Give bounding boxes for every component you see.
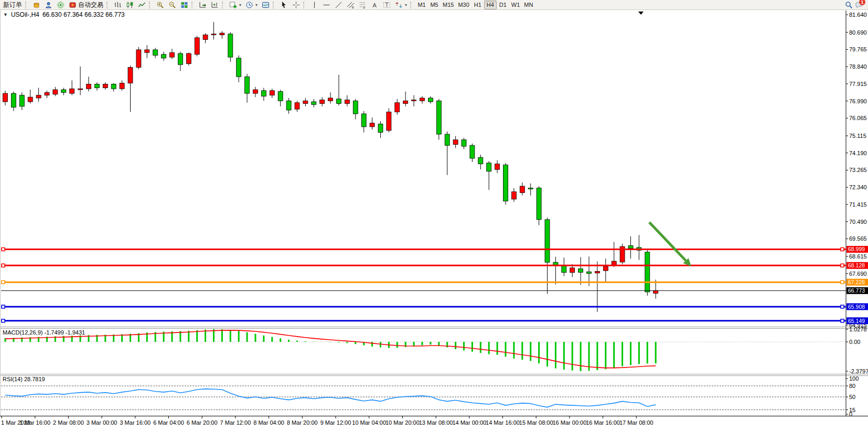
crosshair-button[interactable] xyxy=(290,1,302,9)
line-anchor-handle[interactable] xyxy=(2,264,5,267)
notifications[interactable]: 1 xyxy=(855,1,863,9)
one-click-trading-arrow-icon[interactable]: ▼ xyxy=(3,12,8,17)
trendline-button[interactable] xyxy=(333,1,345,9)
price-tag-label: 65.149 xyxy=(848,318,865,324)
rsi-axis-label: 100 xyxy=(849,375,859,382)
arrows-icon xyxy=(395,1,403,9)
price-axis-label: 67.690 xyxy=(849,271,867,277)
chart-shift-icon xyxy=(211,1,219,9)
period-selector-button[interactable]: ▾ xyxy=(243,1,260,9)
svg-text:E: E xyxy=(352,6,354,9)
price-axis-label: 79.765 xyxy=(849,46,867,52)
time-axis-label: 8 Mar 20:00 xyxy=(287,419,318,426)
auto-trading-button[interactable]: 自动交易 xyxy=(67,1,105,9)
chart-canvas[interactable]: 81.64080.69079.76578.84077.91576.99076.0… xyxy=(0,10,868,431)
zoom-out-button[interactable] xyxy=(166,1,178,9)
new-order-button[interactable]: 新订单 xyxy=(1,1,24,9)
templates-button[interactable] xyxy=(260,1,272,9)
signals-icon xyxy=(57,1,65,9)
line-anchor-handle[interactable] xyxy=(841,319,844,322)
macd-axis-label: 0.00 xyxy=(849,339,860,345)
templates-icon xyxy=(262,1,270,9)
package-button[interactable] xyxy=(30,1,42,9)
bar-chart-button[interactable] xyxy=(112,1,124,9)
time-axis-label: 7 Mar 12:00 xyxy=(220,419,251,426)
price-tag-label: 65.908 xyxy=(848,304,865,310)
cursor-button[interactable] xyxy=(278,1,290,9)
vertical-line-button[interactable] xyxy=(308,1,320,9)
price-axis-label: 71.415 xyxy=(849,201,867,208)
horizontal-line-icon xyxy=(323,1,330,9)
text-a-icon: A xyxy=(371,1,379,9)
price-axis-label: 81.640 xyxy=(849,12,867,18)
horizontal-line-button[interactable] xyxy=(320,1,333,9)
search-icon xyxy=(845,1,853,9)
mt4-terminal: { "toolbar": { "new_order_label": "新订单",… xyxy=(0,0,868,431)
arrows-button[interactable]: ▾ xyxy=(393,1,409,9)
add-indicator-button[interactable]: ▾ xyxy=(227,1,243,9)
time-axis-label: 14 Mar 00:00 xyxy=(452,419,486,426)
zoom-in-button[interactable] xyxy=(154,1,166,9)
svg-text:A: A xyxy=(373,2,377,8)
price-axis-label: 78.840 xyxy=(849,63,867,70)
tile-windows-button[interactable] xyxy=(178,1,190,9)
signals-button[interactable] xyxy=(55,1,67,9)
line-anchor-handle[interactable] xyxy=(841,247,844,251)
candle-chart-button[interactable] xyxy=(124,1,136,9)
timeframe-button-mn[interactable]: MN xyxy=(522,1,535,9)
price-tag-label: 68.128 xyxy=(848,262,865,268)
price-axis-label: 72.340 xyxy=(849,184,867,190)
timeframe-button-w1[interactable]: W1 xyxy=(509,1,522,9)
price-axis-label: 68.615 xyxy=(849,253,867,260)
line-anchor-handle[interactable] xyxy=(2,319,5,322)
new-order-label: 新订单 xyxy=(3,1,22,9)
equidistant-channel-button[interactable]: E xyxy=(345,1,357,9)
cursor-icon xyxy=(280,1,288,9)
line-anchor-handle[interactable] xyxy=(841,281,844,284)
profile-button[interactable] xyxy=(42,1,55,9)
timeframe-button-m1[interactable]: M1 xyxy=(415,1,428,9)
timeframe-button-m15[interactable]: M15 xyxy=(441,1,456,9)
zoom-out-icon xyxy=(168,1,176,9)
text-label-button[interactable]: T xyxy=(381,1,393,9)
zoom-in-icon xyxy=(156,1,164,9)
price-axis-label: 77.915 xyxy=(849,81,867,87)
bar-chart-icon xyxy=(114,1,122,9)
line-anchor-handle[interactable] xyxy=(841,305,844,308)
add-indicator-icon xyxy=(229,1,237,9)
timeframe-button-m5[interactable]: M5 xyxy=(428,1,441,9)
rsi-axis-label: 80 xyxy=(849,383,855,389)
line-chart-button[interactable] xyxy=(136,1,148,9)
fibonacci-button[interactable]: F xyxy=(357,1,369,9)
chart-shift-button[interactable] xyxy=(209,1,221,9)
toolbar-grip xyxy=(149,2,152,8)
time-axis-label: 9 Mar 12:00 xyxy=(320,419,351,426)
line-anchor-handle[interactable] xyxy=(2,247,5,251)
svg-text:T: T xyxy=(385,2,389,8)
line-anchor-handle[interactable] xyxy=(2,305,5,308)
price-tag-label: 68.999 xyxy=(848,246,865,252)
ohlc-values: 66.630 67.364 66.332 66.773 xyxy=(42,11,125,18)
auto-scroll-button[interactable] xyxy=(197,1,209,9)
toolbar-grip xyxy=(106,2,110,8)
price-axis-label: 76.065 xyxy=(849,115,867,121)
timeframe-button-m30[interactable]: M30 xyxy=(456,1,471,9)
time-axis-label: 13 Mar 08:00 xyxy=(419,419,453,426)
timeframe-button-h1[interactable]: H1 xyxy=(471,1,484,9)
timeframe-button-h4[interactable]: H4 xyxy=(484,1,497,9)
chart-title: ▼ USOil-,H4 66.630 67.364 66.332 66.773 xyxy=(3,11,125,18)
macd-axis-label: 1.0278 xyxy=(849,326,867,332)
line-anchor-handle[interactable] xyxy=(2,281,5,284)
line-anchor-handle[interactable] xyxy=(841,264,844,267)
timeframe-button-d1[interactable]: D1 xyxy=(497,1,509,9)
text-button[interactable]: A xyxy=(369,1,381,9)
time-axis-label: 17 Mar 08:00 xyxy=(619,419,653,426)
toolbar-grip xyxy=(410,2,413,8)
equidistant-channel-icon: E xyxy=(347,1,355,9)
trendline-icon xyxy=(335,1,342,9)
auto-scroll-icon xyxy=(199,1,207,9)
time-axis-label: 10 Mar 04:00 xyxy=(352,419,386,426)
price-axis-label: 80.690 xyxy=(849,29,867,36)
search-button[interactable] xyxy=(843,1,855,9)
auto-trading-label: 自动交易 xyxy=(78,1,103,9)
